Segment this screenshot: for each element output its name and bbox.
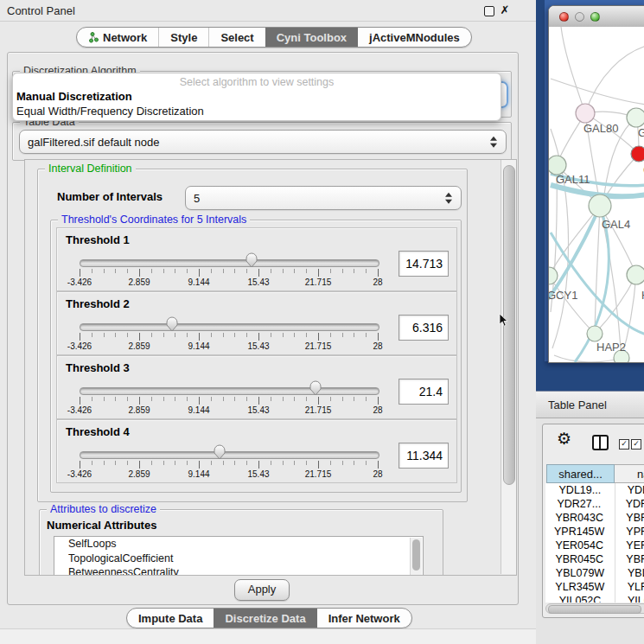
network-node-gal80[interactable] — [576, 104, 595, 123]
threshold-value-field[interactable]: 21.4 — [399, 379, 449, 405]
tick-label: 2.859 — [128, 277, 150, 287]
split-view-icon[interactable] — [592, 435, 609, 450]
threshold-value-field[interactable]: 6.316 — [399, 315, 449, 341]
checkbox-icon[interactable]: ✓ — [619, 439, 629, 450]
attributes-list[interactable]: SelfLoops TopologicalCoefficient Between… — [54, 536, 424, 576]
number-of-intervals-combobox[interactable]: 5 — [185, 186, 462, 210]
slider-thumb[interactable] — [165, 316, 179, 333]
tick-label: 28 — [373, 469, 382, 479]
scrollbar-thumb[interactable] — [412, 539, 420, 571]
slider-thumb[interactable] — [213, 443, 226, 461]
slider-track[interactable] — [80, 387, 379, 395]
list-item[interactable]: TopologicalCoefficient — [54, 552, 423, 566]
combo-arrows-icon — [445, 193, 453, 204]
slider-track[interactable] — [80, 451, 379, 459]
network-node-labels: GAL80 GA C GAL11 GAL4 GCY1 H HAP2 — [549, 122, 644, 354]
table-row[interactable]: YIL052CYIL0 — [545, 594, 644, 603]
checkbox-icon[interactable]: ✓ — [631, 439, 641, 450]
slider-thumb[interactable] — [309, 379, 322, 397]
desktop-shadow-bottom — [545, 361, 644, 391]
tab-infer-network[interactable]: Infer Network — [317, 609, 411, 628]
table-row[interactable]: YBR043CYBR0 — [545, 511, 644, 525]
slider-track[interactable] — [80, 323, 379, 331]
slider-threshold-3[interactable]: -3.426 2.859 9.144 15.43 21.715 28 — [80, 356, 378, 418]
table-row[interactable]: YBL079WYBL0 — [545, 566, 644, 580]
svg-text:GAL11: GAL11 — [556, 173, 590, 186]
vertical-scrollbar[interactable] — [501, 160, 516, 574]
tick-label: -3.426 — [67, 469, 92, 479]
apply-button[interactable]: Apply — [234, 579, 290, 601]
slider-ticks — [80, 397, 379, 401]
list-item[interactable]: SelfLoops — [54, 537, 423, 552]
slider-threshold-4[interactable]: -3.426 2.859 9.144 15.43 21.715 28 — [80, 420, 378, 482]
slider-track[interactable] — [80, 259, 379, 267]
network-node-gal4[interactable] — [589, 194, 611, 217]
tab-select[interactable]: Select — [208, 28, 265, 47]
slider-threshold-1[interactable]: -3.426 2.859 9.144 15.43 21.715 28 — [80, 228, 378, 290]
window-titlebar[interactable] — [549, 6, 644, 28]
table-row[interactable]: YDR27...YDR2 — [545, 497, 644, 511]
algorithm-dropdown-popup: Select algorithm to view settings Manual… — [12, 73, 501, 121]
group-interval-definition: Interval Definition Number of Intervals … — [37, 169, 468, 502]
float-window-icon[interactable] — [484, 6, 494, 16]
tick-label: 2.859 — [128, 469, 150, 479]
minimize-button[interactable] — [575, 12, 584, 22]
column-divider — [615, 483, 615, 603]
gear-icon[interactable]: ⚙ — [557, 430, 571, 447]
screen: Control Panel ✗ Network Style Select Cyn… — [0, 0, 644, 644]
threshold-panel-4: Threshold 4 -3.426 2.859 9.144 15.43 21.… — [56, 419, 457, 483]
threshold-value-field[interactable]: 14.713 — [399, 251, 449, 277]
dropdown-option-equal-width[interactable]: Equal Width/Frequency Discretization — [16, 105, 204, 118]
number-of-intervals-value: 5 — [194, 192, 200, 205]
svg-text:GCY1: GCY1 — [549, 289, 577, 302]
network-node-h[interactable] — [627, 265, 644, 284]
number-of-intervals-label: Number of Intervals — [57, 190, 163, 203]
network-node-gal11[interactable] — [549, 156, 566, 175]
slider-threshold-2[interactable]: -3.426 2.859 9.144 15.43 21.715 28 — [80, 292, 378, 354]
tick-label: -3.426 — [67, 277, 92, 287]
column-header-name[interactable]: na — [615, 464, 644, 483]
tab-jactivemnodules[interactable]: jActiveMNodules — [358, 28, 471, 47]
column-header-shared-name[interactable]: shared... — [546, 464, 615, 483]
tab-network[interactable]: Network — [77, 28, 158, 47]
tick-label: 28 — [373, 277, 382, 287]
table-row[interactable]: YPR145WYPR1 — [545, 525, 644, 539]
list-item[interactable]: BetweennessCentrality — [54, 565, 423, 576]
network-node-hap2[interactable] — [587, 326, 603, 341]
network-node-ga[interactable] — [627, 108, 644, 127]
network-node-selected-red[interactable] — [631, 146, 644, 162]
status-strip — [0, 628, 536, 644]
table-panel-title: Table Panel — [548, 399, 607, 411]
tab-style[interactable]: Style — [158, 28, 208, 47]
table-row[interactable]: YBR045CYBR0 — [545, 552, 644, 566]
table-row[interactable]: YDL19...YDL1 — [545, 483, 644, 497]
close-icon[interactable]: ✗ — [499, 3, 511, 17]
close-button[interactable] — [559, 12, 569, 22]
tab-impute-data[interactable]: Impute Data — [127, 609, 214, 628]
tick-label: 15.43 — [247, 277, 269, 287]
network-view-window[interactable]: GAL80 GA C GAL11 GAL4 GCY1 H HAP2 — [548, 5, 644, 363]
control-panel-titlebar[interactable]: Control Panel ✗ — [0, 0, 536, 22]
table-row[interactable]: YER054CYER0 — [545, 539, 644, 552]
panel-title: Control Panel — [7, 4, 75, 17]
dropdown-placeholder: Select algorithm to view settings — [13, 76, 501, 88]
table-row[interactable]: YLR345WYLR3 — [545, 580, 644, 594]
tab-cyni-toolbox[interactable]: Cyni Toolbox — [265, 28, 358, 47]
network-canvas[interactable]: GAL80 GA C GAL11 GAL4 GCY1 H HAP2 — [549, 27, 644, 362]
tick-label: 21.715 — [305, 341, 332, 351]
numerical-attributes-label: Numerical Attributes — [47, 519, 156, 532]
dropdown-option-manual[interactable]: Manual Discretization — [16, 90, 132, 103]
table-data-combobox[interactable]: galFiltered.sif default node — [19, 130, 507, 154]
scrollbar-thumb[interactable] — [548, 605, 641, 614]
tick-label: 21.715 — [305, 405, 332, 415]
table-panel-titlebar[interactable]: Table Panel — [536, 391, 644, 418]
network-node-gcy1[interactable] — [549, 267, 558, 284]
slider-thumb[interactable] — [245, 252, 258, 269]
list-scrollbar[interactable] — [410, 538, 422, 576]
threshold-value-field[interactable]: 11.344 — [399, 443, 449, 469]
threshold-panel-2: Threshold 2 -3.426 2.859 9.144 15.43 21.… — [56, 291, 457, 355]
tick-label: 9.144 — [188, 405, 209, 415]
tab-discretize-data[interactable]: Discretize Data — [214, 609, 316, 628]
horizontal-scrollbar[interactable] — [545, 603, 644, 614]
zoom-button[interactable] — [590, 12, 600, 22]
